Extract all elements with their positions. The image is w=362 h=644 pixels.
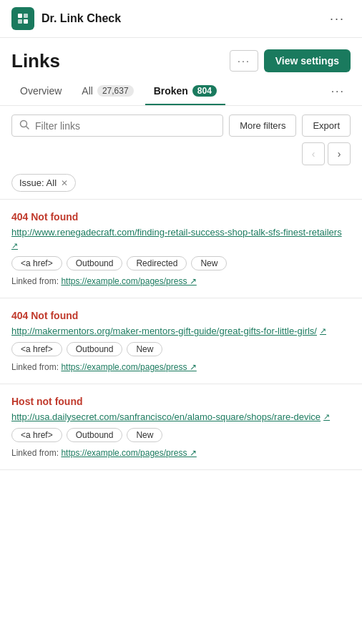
linked-from-url[interactable]: https://example.com/pages/press ↗ <box>61 276 196 286</box>
svg-rect-1 <box>24 14 28 18</box>
linked-from-url[interactable]: https://example.com/pages/press ↗ <box>61 362 196 372</box>
tag-redirected: Redirected <box>127 256 187 270</box>
header-actions: ··· View settings <box>230 49 351 72</box>
search-input[interactable] <box>35 120 215 132</box>
tabs-row: Overview All 27,637 Broken 804 ··· <box>0 78 362 106</box>
app-branding: Dr. Link Check <box>11 7 121 30</box>
prev-page-button[interactable]: ‹ <box>302 142 325 165</box>
linked-from-url[interactable]: https://example.com/pages/press ↗ <box>61 448 196 458</box>
tags-row: <a href> Outbound New <box>11 342 351 356</box>
tab-all[interactable]: All 27,637 <box>73 78 142 105</box>
app-logo <box>11 7 34 30</box>
filter-tags: Issue: All ✕ <box>0 171 362 199</box>
pagination-row: ‹ › <box>0 142 362 171</box>
filter-row: More filters Export <box>0 106 362 142</box>
tag-new: New <box>191 256 227 270</box>
svg-line-5 <box>26 127 29 130</box>
link-card: 404 Not found http://www.renegadecraft.c… <box>0 200 362 298</box>
more-filters-button[interactable]: More filters <box>229 114 296 137</box>
error-label: 404 Not found <box>11 211 351 223</box>
filter-tag-close-button[interactable]: ✕ <box>61 178 68 188</box>
tag-outbound: Outbound <box>67 342 123 356</box>
link-url[interactable]: http://makermentors.org/maker-mentors-gi… <box>11 326 351 336</box>
app-title: Dr. Link Check <box>41 12 121 25</box>
svg-rect-2 <box>18 19 22 24</box>
tag-href: <a href> <box>11 428 62 442</box>
tab-all-badge: 27,637 <box>97 85 134 97</box>
link-url[interactable]: http://usa.dailysecret.com/sanfrancisco/… <box>11 411 351 422</box>
tag-new: New <box>127 342 162 356</box>
tab-overview[interactable]: Overview <box>11 78 70 105</box>
link-card: 404 Not found http://makermentors.org/ma… <box>0 298 362 384</box>
page-title: Links <box>11 50 60 72</box>
external-link-icon: ↗ <box>11 241 18 250</box>
tag-href: <a href> <box>11 256 62 270</box>
tabs-more-button[interactable]: ··· <box>326 81 351 102</box>
active-filter-tag: Issue: All ✕ <box>11 174 76 192</box>
tab-broken[interactable]: Broken 804 <box>145 78 225 105</box>
search-box <box>11 114 223 137</box>
tag-href: <a href> <box>11 342 62 356</box>
tab-broken-badge: 804 <box>192 85 217 97</box>
svg-rect-0 <box>18 14 22 18</box>
linked-from: Linked from: https://example.com/pages/p… <box>11 276 351 286</box>
export-button[interactable]: Export <box>302 114 351 137</box>
linked-from: Linked from: https://example.com/pages/p… <box>11 362 351 372</box>
more-options-button[interactable]: ··· <box>230 50 258 72</box>
tag-outbound: Outbound <box>67 256 123 270</box>
filter-tag-label: Issue: All <box>19 177 57 188</box>
link-card: Host not found http://usa.dailysecret.co… <box>0 384 362 470</box>
link-url[interactable]: http://www.renegadecraft.com/finding-ret… <box>11 227 351 250</box>
tag-new: New <box>127 428 162 442</box>
next-page-button[interactable]: › <box>328 142 351 165</box>
tags-row: <a href> Outbound Redirected New <box>11 256 351 270</box>
external-link-icon: ↗ <box>320 326 326 336</box>
link-cards-list: 404 Not found http://www.renegadecraft.c… <box>0 200 362 470</box>
top-bar: Dr. Link Check ··· <box>0 0 362 38</box>
tags-row: <a href> Outbound New <box>11 428 351 442</box>
page-header: Links ··· View settings <box>0 38 362 78</box>
tag-outbound: Outbound <box>67 428 123 442</box>
linked-from: Linked from: https://example.com/pages/p… <box>11 448 351 458</box>
external-link-icon: ↗ <box>323 412 330 421</box>
svg-rect-3 <box>24 19 28 24</box>
app-menu-button[interactable]: ··· <box>324 9 351 29</box>
error-label: 404 Not found <box>11 310 351 321</box>
error-label: Host not found <box>11 396 351 407</box>
view-settings-button[interactable]: View settings <box>264 49 351 72</box>
search-icon <box>19 119 29 132</box>
